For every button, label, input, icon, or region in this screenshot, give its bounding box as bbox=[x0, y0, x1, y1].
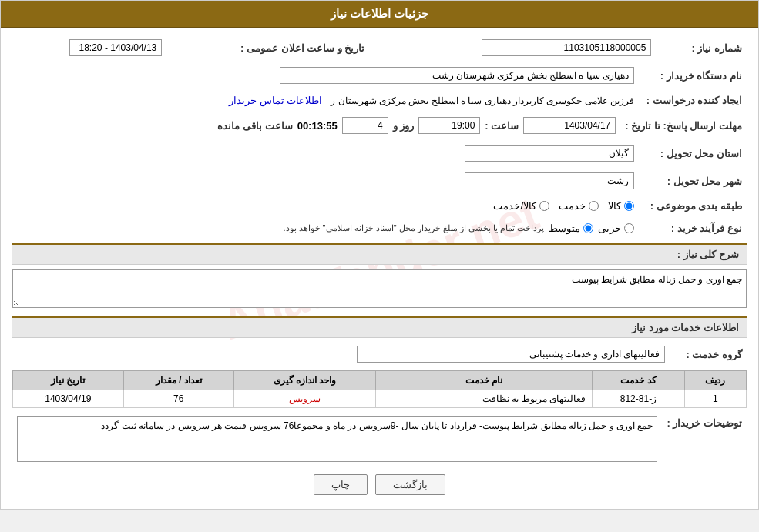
radio-kala-khedmat[interactable]: کالا/خدمت bbox=[493, 200, 549, 212]
deadline-days-label: روز و bbox=[393, 120, 415, 132]
services-table: ردیف کد خدمت نام خدمت واحد اندازه گیری ت… bbox=[12, 370, 747, 408]
table-row: 1 ز-81-812 فعالیتهای مربوط به نظافت سروی… bbox=[13, 390, 747, 408]
unit-link[interactable]: سرویس bbox=[289, 393, 321, 404]
buyer-desc-section: توضیحات خریدار : جمع اوری و حمل زباله مط… bbox=[12, 413, 747, 465]
buyer-desc-label: توضیحات خریدار : bbox=[662, 413, 747, 465]
category-label: طبقه بندی موضوعی : bbox=[639, 197, 747, 215]
radio-kala[interactable]: کالا bbox=[608, 200, 634, 212]
info-section-8: نوع فرآیند خرید : جزیی متوسط پرداخ bbox=[12, 219, 747, 237]
city-input bbox=[465, 172, 634, 189]
buyer-desc-content: جمع اوری و حمل زباله مطابق شرایط پیوست- … bbox=[17, 416, 657, 462]
purchase-type-label: نوع فرآیند خرید : bbox=[639, 219, 747, 237]
back-button[interactable]: بازگشت bbox=[375, 474, 445, 495]
contact-link[interactable]: اطلاعات تماس خریدار bbox=[229, 95, 322, 106]
col-qty: تعداد / مقدار bbox=[123, 371, 233, 390]
col-date: تاریخ نیاز bbox=[13, 371, 124, 390]
cell-row: 1 bbox=[684, 390, 746, 408]
button-row: بازگشت چاپ bbox=[12, 474, 747, 495]
general-desc-textarea: جمع اوری و حمل زباله مطابق شرایط پیوست bbox=[12, 269, 747, 308]
col-row: ردیف bbox=[684, 371, 746, 390]
deadline-time-label: ساعت : bbox=[485, 120, 519, 132]
info-section-1: شماره نیاز : تاریخ و ساعت اعلان عمومی : bbox=[12, 36, 747, 59]
col-code: کد خدمت bbox=[593, 371, 685, 390]
cell-name: فعالیتهای مربوط به نظافت bbox=[375, 390, 592, 408]
radio-jozii[interactable]: جزیی bbox=[598, 223, 634, 234]
cell-date: 1403/04/19 bbox=[13, 390, 124, 408]
city-label: شهر محل تحویل : bbox=[639, 169, 747, 192]
deadline-date-input bbox=[523, 117, 616, 134]
service-group-input bbox=[357, 346, 665, 363]
province-label: استان محل تحویل : bbox=[639, 142, 747, 165]
info-section-5: استان محل تحویل : bbox=[12, 142, 747, 165]
cell-unit: سرویس bbox=[233, 390, 375, 408]
need-number-label: شماره نیاز : bbox=[656, 36, 747, 59]
col-unit: واحد اندازه گیری bbox=[233, 371, 375, 390]
deadline-time-input bbox=[418, 117, 480, 134]
deadline-remaining-label: ساعت باقی مانده bbox=[217, 120, 292, 132]
need-number-input bbox=[482, 39, 651, 56]
print-button[interactable]: چاپ bbox=[314, 474, 368, 495]
info-section-4: مهلت ارسال پاسخ: تا تاریخ : ساعت : روز و… bbox=[12, 114, 747, 137]
service-group-section: گروه خدمت : bbox=[12, 343, 747, 366]
page-header: جزئیات اطلاعات نیاز bbox=[1, 1, 758, 28]
radio-mutavasset[interactable]: متوسط bbox=[549, 223, 593, 234]
info-section-7: طبقه بندی موضوعی : کالا خدمت bbox=[12, 197, 747, 215]
general-desc-section-title: شرح کلی نیاز : bbox=[12, 243, 747, 265]
radio-khedmat[interactable]: خدمت bbox=[559, 200, 599, 212]
deadline-remaining: 00:13:55 bbox=[297, 120, 338, 132]
pub-date-input bbox=[69, 39, 162, 56]
creator-label: ایجاد کننده درخواست : bbox=[639, 92, 747, 109]
cell-qty: 76 bbox=[123, 390, 233, 408]
services-section-title: اطلاعات خدمات مورد نیاز bbox=[12, 316, 747, 338]
general-desc-label: شرح کلی نیاز : bbox=[677, 249, 739, 260]
cell-code: ز-81-812 bbox=[593, 390, 685, 408]
service-group-label: گروه خدمت : bbox=[670, 343, 747, 366]
deadline-days-input bbox=[342, 117, 388, 134]
info-section-3: ایجاد کننده درخواست : فرزین علامی جکوسری… bbox=[12, 92, 747, 109]
purchase-note: پرداخت تمام یا بخشی از مبلغ خریدار محل "… bbox=[283, 223, 544, 233]
page-title: جزئیات اطلاعات نیاز bbox=[331, 7, 428, 20]
province-input bbox=[465, 145, 634, 162]
deadline-label: مهلت ارسال پاسخ: تا تاریخ : bbox=[620, 114, 747, 137]
buyer-org-label: نام دستگاه خریدار : bbox=[639, 64, 747, 87]
info-section-6: شهر محل تحویل : bbox=[12, 169, 747, 192]
pub-date-label: تاریخ و ساعت اعلان عمومی : bbox=[166, 36, 369, 59]
col-name: نام خدمت bbox=[375, 371, 592, 390]
info-section-2: نام دستگاه خریدار : bbox=[12, 64, 747, 87]
creator-value: فرزین علامی جکوسری کاربردار دهیاری سیا ه… bbox=[331, 95, 634, 106]
general-desc-wrapper: جمع اوری و حمل زباله مطابق شرایط پیوست bbox=[12, 269, 747, 310]
buyer-org-input bbox=[280, 67, 634, 84]
